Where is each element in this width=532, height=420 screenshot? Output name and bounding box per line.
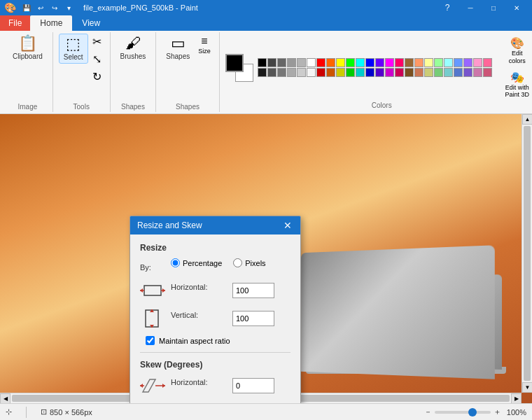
titlebar-controls: ? ─ □ ✕	[436, 0, 528, 15]
color-swatch-0-13[interactable]	[385, 58, 394, 67]
color-swatch-1-19[interactable]	[444, 68, 453, 77]
brushes-btn[interactable]: 🖌 Brushes	[116, 34, 150, 62]
maximize-btn[interactable]: □	[482, 0, 505, 15]
save-quick-btn[interactable]: 💾	[20, 1, 33, 14]
shapes-btn[interactable]: ▭ Shapes	[162, 34, 194, 62]
titlebar-title: file_example_PNG_500kB - Paint	[83, 4, 198, 12]
color-swatch-0-9[interactable]	[346, 58, 355, 67]
color-swatch-0-11[interactable]	[365, 58, 374, 67]
size-label: Size	[198, 48, 211, 55]
color-swatch-1-10[interactable]	[356, 68, 365, 77]
color-swatch-0-8[interactable]	[336, 58, 345, 67]
tab-home[interactable]: Home	[30, 15, 72, 31]
percentage-radio-label[interactable]: Percentage	[171, 258, 222, 267]
help-btn[interactable]: ?	[436, 0, 458, 15]
zoom-out-btn[interactable]: －	[424, 407, 432, 417]
svg-marker-12	[143, 379, 155, 392]
color-swatch-1-5[interactable]	[307, 68, 316, 77]
color-swatch-1-23[interactable]	[483, 68, 492, 77]
color-swatch-0-4[interactable]	[297, 58, 306, 67]
dialog-close-btn[interactable]: ✕	[282, 220, 293, 230]
clipboard-btn[interactable]: 📋 Clipboard	[8, 34, 47, 62]
color-swatch-1-16[interactable]	[414, 68, 424, 77]
horizontal-skew-input[interactable]	[232, 378, 274, 393]
pixels-radio-label[interactable]: Pixels	[233, 258, 265, 267]
zoom-level: 100%	[507, 408, 526, 416]
color-swatch-1-3[interactable]	[287, 68, 296, 77]
color-swatch-0-0[interactable]	[258, 58, 267, 67]
color-swatch-1-6[interactable]	[316, 68, 326, 77]
aspect-ratio-label[interactable]: Maintain aspect ratio	[159, 337, 230, 345]
color-swatch-1-8[interactable]	[336, 68, 345, 77]
color-swatch-1-14[interactable]	[395, 68, 404, 77]
color1-box[interactable]	[225, 54, 244, 72]
color-swatch-0-10[interactable]	[356, 58, 365, 67]
dropdown-quick-btn[interactable]: ▾	[62, 1, 75, 14]
color-swatch-1-20[interactable]	[454, 68, 463, 77]
dimensions-text: 850 × 566px	[50, 408, 92, 416]
color-swatch-0-17[interactable]	[424, 58, 433, 67]
vertical-resize-label: Vertical:	[171, 311, 227, 319]
redo-quick-btn[interactable]: ↪	[48, 1, 61, 14]
tab-file[interactable]: File	[0, 15, 30, 31]
horizontal-resize-input[interactable]	[232, 283, 274, 298]
color-swatch-1-12[interactable]	[375, 68, 384, 77]
color-swatch-0-18[interactable]	[434, 58, 443, 67]
undo-quick-btn[interactable]: ↩	[34, 1, 47, 14]
color-swatch-0-14[interactable]	[395, 58, 404, 67]
zoom-slider[interactable]	[435, 411, 491, 414]
color-swatch-0-3[interactable]	[287, 58, 296, 67]
content-area: ▲ ▼ ◀ ▶ Resize and Skew ✕ Resize	[0, 114, 532, 403]
color-swatch-1-7[interactable]	[326, 68, 335, 77]
color-swatch-1-0[interactable]	[258, 68, 267, 77]
edit-colors-btn[interactable]: 🎨 Edit colors	[500, 35, 532, 66]
color-swatch-1-11[interactable]	[365, 68, 374, 77]
rotate-btn[interactable]: ↻	[90, 69, 104, 85]
by-section: By: Percentage Pixels	[140, 258, 290, 274]
resize-h-icon	[140, 280, 165, 301]
color-swatch-0-7[interactable]	[326, 58, 335, 67]
color-swatch-1-9[interactable]	[346, 68, 355, 77]
color-swatch-0-16[interactable]	[414, 58, 424, 67]
tab-view[interactable]: View	[72, 15, 110, 31]
color-swatch-0-5[interactable]	[307, 58, 316, 67]
color-swatch-1-4[interactable]	[297, 68, 306, 77]
svg-marker-15	[140, 384, 143, 388]
color-swatch-1-17[interactable]	[424, 68, 433, 77]
vertical-resize-input[interactable]	[232, 311, 274, 326]
color-swatch-0-2[interactable]	[277, 58, 286, 67]
clipboard-group: 📋 Clipboard Image	[3, 32, 53, 112]
color-swatch-0-6[interactable]	[316, 58, 326, 67]
color-swatch-1-1[interactable]	[267, 68, 276, 77]
pixels-radio[interactable]	[233, 258, 242, 267]
shapes-icon: ▭	[171, 36, 186, 51]
color-swatch-1-21[interactable]	[463, 68, 472, 77]
minimize-btn[interactable]: ─	[459, 0, 482, 15]
color-swatch-0-19[interactable]	[444, 58, 453, 67]
color-swatch-0-22[interactable]	[473, 58, 482, 67]
color-swatch-1-13[interactable]	[385, 68, 394, 77]
color-swatch-1-18[interactable]	[434, 68, 443, 77]
zoom-thumb[interactable]	[468, 408, 477, 416]
color-swatch-1-22[interactable]	[473, 68, 482, 77]
color-swatch-0-20[interactable]	[454, 58, 463, 67]
edit-paint3d-btn[interactable]: 🎭 Edit with Paint 3D	[496, 69, 532, 101]
color-swatch-0-12[interactable]	[375, 58, 384, 67]
resize-btn[interactable]: ⤡	[90, 51, 104, 67]
size-btn[interactable]: ≡ Size	[195, 34, 214, 56]
edit-colors-icon: 🎨	[510, 36, 524, 50]
shapes-items: ▭ Shapes ≡ Size	[162, 34, 213, 102]
select-btn[interactable]: ⬚ Select	[59, 34, 88, 64]
color-swatch-1-2[interactable]	[277, 68, 286, 77]
color-swatch-0-1[interactable]	[267, 58, 276, 67]
color-swatch-0-15[interactable]	[405, 58, 414, 67]
zoom-in-btn[interactable]: ＋	[493, 407, 501, 417]
color-palette	[258, 58, 492, 77]
aspect-ratio-checkbox[interactable]	[146, 336, 155, 345]
crop-btn[interactable]: ✂	[90, 34, 104, 50]
color-swatch-1-15[interactable]	[405, 68, 414, 77]
close-btn[interactable]: ✕	[505, 0, 528, 15]
color-swatch-0-23[interactable]	[483, 58, 492, 67]
percentage-radio[interactable]	[171, 258, 180, 267]
color-swatch-0-21[interactable]	[463, 58, 472, 67]
